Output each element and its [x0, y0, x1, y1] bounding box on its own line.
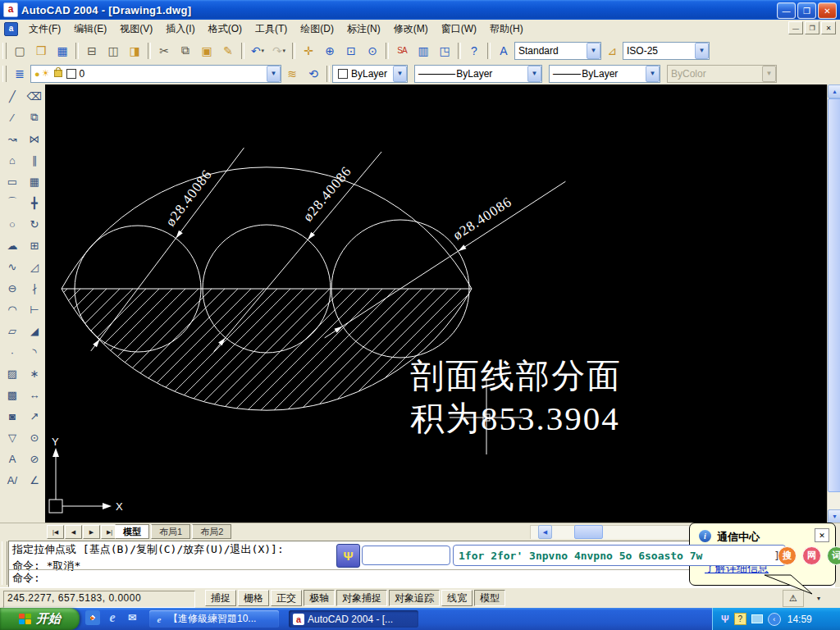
- tool-dim-radius-button[interactable]: ⊙: [24, 427, 45, 448]
- tool-scale-button[interactable]: ⊞: [24, 235, 45, 256]
- tab-布局1[interactable]: 布局1: [151, 524, 190, 539]
- color-combo[interactable]: ByLayer ▼: [332, 65, 408, 83]
- layer-on-icon[interactable]: ●: [34, 69, 40, 79]
- menu-item-工具(T)[interactable]: 工具(T): [249, 20, 294, 39]
- tool-dim-aligned-button[interactable]: ↗: [24, 405, 45, 427]
- coordinate-readout[interactable]: 245.2277, 657.5183, 0.0000: [3, 591, 195, 608]
- tool-line-button[interactable]: ╱: [2, 85, 23, 107]
- outlook-express-icon[interactable]: ✉: [125, 610, 139, 625]
- ime-搜-button[interactable]: 搜: [778, 546, 797, 565]
- tool-point-button[interactable]: ·: [2, 341, 23, 363]
- tool-move-button[interactable]: ╋: [24, 192, 45, 213]
- toolbar-zoom-realtime-button[interactable]: ⊕: [320, 41, 340, 61]
- menu-item-格式(O)[interactable]: 格式(O): [202, 20, 249, 39]
- close-button[interactable]: ✕: [818, 2, 837, 19]
- tool-polygon-button[interactable]: ⌂: [2, 149, 23, 171]
- toolbar-plot-preview-button[interactable]: ◫: [103, 41, 123, 61]
- toolbar-properties-button[interactable]: SA: [392, 41, 412, 61]
- tool-ellipse-button[interactable]: ⊖: [2, 277, 23, 299]
- tool-mirror-button[interactable]: ⋈: [24, 128, 45, 149]
- tool-dim-angular-button[interactable]: ∠: [24, 469, 45, 491]
- dim-style-combo[interactable]: ISO-25 ▼: [623, 42, 710, 60]
- internet-explorer-icon[interactable]: e: [105, 610, 120, 625]
- toolbar-zoom-window-button[interactable]: ⊡: [341, 41, 361, 61]
- tool-offset-button[interactable]: ∥: [24, 149, 45, 171]
- toolbar-cut-button[interactable]: ✂: [154, 41, 174, 61]
- text-style-combo[interactable]: Standard ▼: [514, 42, 601, 60]
- status-toggle-栅格[interactable]: 栅格: [238, 590, 269, 606]
- status-tray-dropdown-icon[interactable]: ▾: [817, 595, 820, 602]
- toolbar-open-button[interactable]: ❒: [31, 41, 51, 61]
- chevron-down-icon[interactable]: ▼: [587, 43, 600, 59]
- layer-combo[interactable]: ● ☀ 0 ▼: [30, 65, 281, 83]
- status-toggle-正交[interactable]: 正交: [271, 590, 302, 606]
- toolbar-tool-palettes-button[interactable]: ◳: [435, 41, 454, 61]
- tool-hatch-button[interactable]: ▨: [2, 363, 23, 384]
- tool-construction-line-button[interactable]: ∕: [2, 107, 23, 128]
- scroll-up-icon[interactable]: ▲: [828, 84, 840, 98]
- toolbar-undo-button[interactable]: ↶▾: [248, 41, 267, 61]
- tool-dim-diameter-button[interactable]: ⊘: [24, 448, 45, 469]
- tool-wipeout-button[interactable]: ▽: [2, 427, 23, 448]
- tool-single-line-text-button[interactable]: A/: [2, 469, 23, 491]
- tool-insert-block-button[interactable]: ▱: [2, 320, 23, 341]
- toolbar-publish-button[interactable]: ◨: [125, 41, 144, 61]
- make-layer-current-button[interactable]: ≋: [282, 64, 302, 84]
- ime-candidate-list[interactable]: 1for 2for' 3npvno 4nvpno 5o 6soasto 7w ]: [453, 545, 786, 566]
- drawing-canvas[interactable]: ø28.40086 ø28.40086 ø28.40086 剖面线部分面 积为8…: [45, 84, 827, 523]
- tab-模型[interactable]: 模型: [115, 524, 149, 539]
- toolbar-grip[interactable]: [2, 66, 7, 82]
- toolbar-paste-button[interactable]: ▣: [197, 41, 217, 61]
- toolbar-save-button[interactable]: ▦: [52, 41, 72, 61]
- toolbar-plot-button[interactable]: ⊟: [82, 41, 102, 61]
- scroll-left-icon[interactable]: ◀: [538, 525, 552, 539]
- status-toggle-对象追踪[interactable]: 对象追踪: [389, 590, 440, 606]
- mdi-close-button[interactable]: ✕: [821, 21, 836, 34]
- tool-gradient-button[interactable]: ▩: [2, 384, 23, 405]
- menu-item-绘图(D)[interactable]: 绘图(D): [294, 20, 340, 39]
- chevron-down-icon[interactable]: ▼: [695, 43, 709, 59]
- menu-item-帮助(H)[interactable]: 帮助(H): [483, 20, 530, 39]
- layer-previous-button[interactable]: ⟲: [304, 64, 323, 84]
- ime-网-button[interactable]: 网: [802, 546, 821, 565]
- menu-item-视图(V)[interactable]: 视图(V): [113, 20, 159, 39]
- tab-nav-icon[interactable]: |◀: [47, 525, 64, 539]
- menu-item-插入(I)[interactable]: 插入(I): [159, 20, 201, 39]
- tab-nav-icon[interactable]: ◀: [65, 525, 82, 539]
- tab-布局2[interactable]: 布局2: [192, 524, 231, 539]
- balloon-close-icon[interactable]: ✕: [815, 528, 829, 542]
- vertical-scrollbar[interactable]: ▲ ▼: [827, 84, 840, 523]
- tool-extend-button[interactable]: ⊢: [24, 299, 45, 320]
- tool-polyline-button[interactable]: ↝: [2, 128, 23, 149]
- taskbar-task-button[interactable]: aAutoCAD 2004 - [...: [289, 610, 418, 628]
- linetype-combo[interactable]: ———— ByLayer ▼: [414, 65, 542, 83]
- dropdown-arrow-icon[interactable]: ▾: [283, 48, 286, 54]
- tool-stretch-button[interactable]: ◿: [24, 256, 45, 277]
- tool-array-button[interactable]: ▦: [24, 171, 45, 192]
- tool-trim-button[interactable]: ∤: [24, 277, 45, 299]
- ime-composition-input[interactable]: [362, 546, 450, 565]
- chevron-down-icon[interactable]: ▼: [646, 66, 660, 82]
- toolbar-match-properties-button[interactable]: ✎: [218, 41, 238, 61]
- tool-chamfer-button[interactable]: ◢: [24, 320, 45, 341]
- toolbar-zoom-previous-button[interactable]: ⊙: [363, 41, 382, 61]
- menu-item-编辑(E)[interactable]: 编辑(E): [67, 20, 113, 39]
- command-window-grip[interactable]: [2, 541, 7, 585]
- tool-region-button[interactable]: ◙: [2, 405, 23, 427]
- toolbar-designcenter-button[interactable]: ▥: [413, 41, 433, 61]
- tool-fillet-button[interactable]: ◝: [24, 341, 45, 363]
- tool-ellipse-arc-button[interactable]: ◠: [2, 299, 23, 320]
- vertical-scroll-thumb[interactable]: [828, 98, 840, 492]
- menu-item-修改(M)[interactable]: 修改(M): [387, 20, 435, 39]
- display-settings-icon[interactable]: [751, 614, 763, 623]
- layer-manager-button[interactable]: ≣: [10, 64, 30, 84]
- tool-arc-button[interactable]: ⌒: [2, 192, 23, 213]
- horizontal-scroll-thumb[interactable]: [574, 525, 603, 539]
- ime-help-icon[interactable]: ?: [734, 613, 746, 625]
- toolbar-redo-button[interactable]: ↷▾: [269, 41, 289, 61]
- toolbar-grip[interactable]: [2, 43, 7, 59]
- status-toggle-模型[interactable]: 模型: [474, 590, 505, 606]
- tool-multiline-text-button[interactable]: A: [2, 448, 23, 469]
- text-style-button[interactable]: A: [494, 41, 514, 61]
- tool-circle-button[interactable]: ○: [2, 213, 23, 235]
